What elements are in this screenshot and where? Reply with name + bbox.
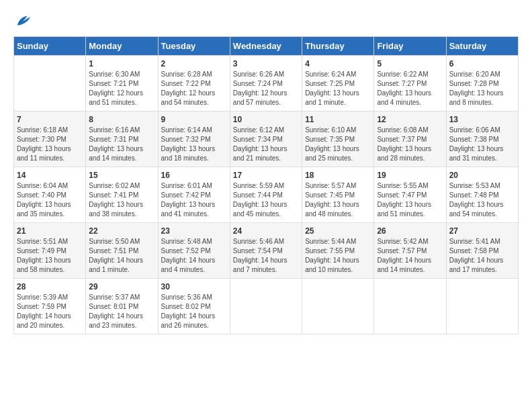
cell-content: Sunrise: 6:26 AM Sunset: 7:24 PM Dayligh… <box>233 70 299 107</box>
day-number: 13 <box>449 115 515 124</box>
calendar-week-row: 14Sunrise: 6:04 AM Sunset: 7:40 PM Dayli… <box>14 167 519 223</box>
cell-content: Sunrise: 6:30 AM Sunset: 7:21 PM Dayligh… <box>89 70 154 107</box>
calendar-cell <box>374 279 446 334</box>
calendar-cell: 27Sunrise: 5:41 AM Sunset: 7:58 PM Dayli… <box>446 223 518 279</box>
day-number: 8 <box>89 115 154 124</box>
logo-bird-icon <box>13 12 32 31</box>
day-number: 27 <box>449 226 515 236</box>
logo <box>13 12 35 31</box>
calendar-cell: 13Sunrise: 6:06 AM Sunset: 7:38 PM Dayli… <box>446 111 518 167</box>
day-number: 9 <box>161 115 227 124</box>
cell-content: Sunrise: 5:59 AM Sunset: 7:44 PM Dayligh… <box>233 181 299 219</box>
day-number: 25 <box>305 226 371 236</box>
calendar-cell: 20Sunrise: 5:53 AM Sunset: 7:48 PM Dayli… <box>446 167 518 223</box>
cell-content: Sunrise: 6:10 AM Sunset: 7:35 PM Dayligh… <box>305 126 371 163</box>
cell-content: Sunrise: 6:22 AM Sunset: 7:27 PM Dayligh… <box>377 70 443 107</box>
calendar-cell: 3Sunrise: 6:26 AM Sunset: 7:24 PM Daylig… <box>230 56 302 111</box>
calendar-cell: 14Sunrise: 6:04 AM Sunset: 7:40 PM Dayli… <box>14 167 86 223</box>
day-number: 2 <box>161 59 227 68</box>
calendar-header-thursday: Thursday <box>302 37 374 56</box>
day-number: 10 <box>233 115 299 124</box>
page-container: SundayMondayTuesdayWednesdayThursdayFrid… <box>0 0 532 341</box>
cell-content: Sunrise: 6:02 AM Sunset: 7:41 PM Dayligh… <box>89 181 154 219</box>
cell-content: Sunrise: 6:14 AM Sunset: 7:32 PM Dayligh… <box>161 126 227 163</box>
calendar-cell: 16Sunrise: 6:01 AM Sunset: 7:42 PM Dayli… <box>158 167 230 223</box>
calendar-cell: 21Sunrise: 5:51 AM Sunset: 7:49 PM Dayli… <box>14 223 86 279</box>
cell-content: Sunrise: 5:55 AM Sunset: 7:47 PM Dayligh… <box>377 181 443 219</box>
calendar-header-friday: Friday <box>374 37 446 56</box>
cell-content: Sunrise: 5:50 AM Sunset: 7:51 PM Dayligh… <box>89 237 154 275</box>
day-number: 22 <box>89 226 154 236</box>
calendar-cell: 12Sunrise: 6:08 AM Sunset: 7:37 PM Dayli… <box>374 111 446 167</box>
day-number: 14 <box>17 171 83 180</box>
day-number: 4 <box>305 59 371 68</box>
day-number: 23 <box>161 226 227 236</box>
day-number: 11 <box>305 115 371 124</box>
calendar-cell: 7Sunrise: 6:18 AM Sunset: 7:30 PM Daylig… <box>14 111 86 167</box>
calendar-cell: 24Sunrise: 5:46 AM Sunset: 7:54 PM Dayli… <box>230 223 302 279</box>
cell-content: Sunrise: 5:53 AM Sunset: 7:48 PM Dayligh… <box>449 181 515 219</box>
calendar-cell: 1Sunrise: 6:30 AM Sunset: 7:21 PM Daylig… <box>86 56 158 111</box>
day-number: 12 <box>377 115 443 124</box>
calendar-week-row: 28Sunrise: 5:39 AM Sunset: 7:59 PM Dayli… <box>14 279 519 334</box>
calendar-cell: 29Sunrise: 5:37 AM Sunset: 8:01 PM Dayli… <box>86 279 158 334</box>
cell-content: Sunrise: 6:20 AM Sunset: 7:28 PM Dayligh… <box>449 70 515 107</box>
cell-content: Sunrise: 6:08 AM Sunset: 7:37 PM Dayligh… <box>377 126 443 163</box>
day-number: 20 <box>449 171 515 180</box>
calendar-cell: 18Sunrise: 5:57 AM Sunset: 7:45 PM Dayli… <box>302 167 374 223</box>
calendar-header-sunday: Sunday <box>14 37 86 56</box>
calendar-table: SundayMondayTuesdayWednesdayThursdayFrid… <box>13 36 519 334</box>
day-number: 24 <box>233 226 299 236</box>
calendar-header-tuesday: Tuesday <box>158 37 230 56</box>
cell-content: Sunrise: 5:48 AM Sunset: 7:52 PM Dayligh… <box>161 237 227 275</box>
day-number: 5 <box>377 59 443 68</box>
calendar-header-monday: Monday <box>86 37 158 56</box>
cell-content: Sunrise: 6:24 AM Sunset: 7:25 PM Dayligh… <box>305 70 371 107</box>
day-number: 28 <box>17 282 83 291</box>
calendar-cell <box>14 56 86 111</box>
header <box>13 12 519 31</box>
calendar-cell: 25Sunrise: 5:44 AM Sunset: 7:55 PM Dayli… <box>302 223 374 279</box>
cell-content: Sunrise: 5:39 AM Sunset: 7:59 PM Dayligh… <box>17 293 83 330</box>
calendar-header-row: SundayMondayTuesdayWednesdayThursdayFrid… <box>14 37 519 56</box>
day-number: 15 <box>89 171 154 180</box>
day-number: 26 <box>377 226 443 236</box>
cell-content: Sunrise: 6:01 AM Sunset: 7:42 PM Dayligh… <box>161 181 227 219</box>
calendar-cell: 6Sunrise: 6:20 AM Sunset: 7:28 PM Daylig… <box>446 56 518 111</box>
calendar-cell: 23Sunrise: 5:48 AM Sunset: 7:52 PM Dayli… <box>158 223 230 279</box>
calendar-cell: 5Sunrise: 6:22 AM Sunset: 7:27 PM Daylig… <box>374 56 446 111</box>
calendar-cell: 22Sunrise: 5:50 AM Sunset: 7:51 PM Dayli… <box>86 223 158 279</box>
cell-content: Sunrise: 5:57 AM Sunset: 7:45 PM Dayligh… <box>305 181 371 219</box>
calendar-cell <box>302 279 374 334</box>
calendar-cell: 4Sunrise: 6:24 AM Sunset: 7:25 PM Daylig… <box>302 56 374 111</box>
calendar-week-row: 21Sunrise: 5:51 AM Sunset: 7:49 PM Dayli… <box>14 223 519 279</box>
calendar-cell <box>230 279 302 334</box>
calendar-cell: 9Sunrise: 6:14 AM Sunset: 7:32 PM Daylig… <box>158 111 230 167</box>
calendar-cell <box>446 279 518 334</box>
calendar-cell: 30Sunrise: 5:36 AM Sunset: 8:02 PM Dayli… <box>158 279 230 334</box>
day-number: 16 <box>161 171 227 180</box>
day-number: 7 <box>17 115 83 124</box>
day-number: 18 <box>305 171 371 180</box>
day-number: 17 <box>233 171 299 180</box>
calendar-cell: 15Sunrise: 6:02 AM Sunset: 7:41 PM Dayli… <box>86 167 158 223</box>
cell-content: Sunrise: 5:46 AM Sunset: 7:54 PM Dayligh… <box>233 237 299 275</box>
cell-content: Sunrise: 5:44 AM Sunset: 7:55 PM Dayligh… <box>305 237 371 275</box>
calendar-cell: 26Sunrise: 5:42 AM Sunset: 7:57 PM Dayli… <box>374 223 446 279</box>
day-number: 21 <box>17 226 83 236</box>
calendar-cell: 11Sunrise: 6:10 AM Sunset: 7:35 PM Dayli… <box>302 111 374 167</box>
calendar-cell: 2Sunrise: 6:28 AM Sunset: 7:22 PM Daylig… <box>158 56 230 111</box>
calendar-week-row: 1Sunrise: 6:30 AM Sunset: 7:21 PM Daylig… <box>14 56 519 111</box>
cell-content: Sunrise: 6:18 AM Sunset: 7:30 PM Dayligh… <box>17 126 83 163</box>
cell-content: Sunrise: 6:12 AM Sunset: 7:34 PM Dayligh… <box>233 126 299 163</box>
day-number: 30 <box>161 282 227 291</box>
day-number: 6 <box>449 59 515 68</box>
cell-content: Sunrise: 5:36 AM Sunset: 8:02 PM Dayligh… <box>161 293 227 330</box>
calendar-header-saturday: Saturday <box>446 37 518 56</box>
calendar-week-row: 7Sunrise: 6:18 AM Sunset: 7:30 PM Daylig… <box>14 111 519 167</box>
calendar-cell: 19Sunrise: 5:55 AM Sunset: 7:47 PM Dayli… <box>374 167 446 223</box>
day-number: 19 <box>377 171 443 180</box>
cell-content: Sunrise: 6:04 AM Sunset: 7:40 PM Dayligh… <box>17 181 83 219</box>
cell-content: Sunrise: 6:06 AM Sunset: 7:38 PM Dayligh… <box>449 126 515 163</box>
calendar-header-wednesday: Wednesday <box>230 37 302 56</box>
